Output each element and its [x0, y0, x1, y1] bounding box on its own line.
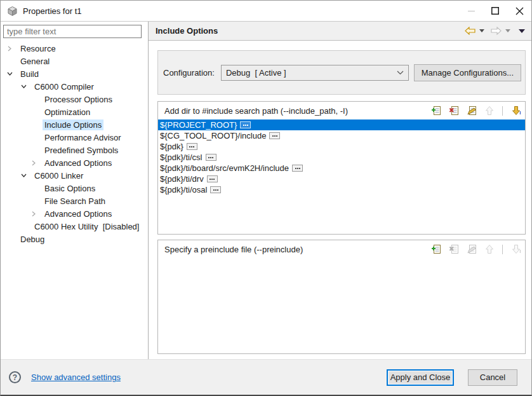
cancel-button[interactable]: Cancel: [468, 369, 517, 386]
browse-ellipsis-icon[interactable]: [269, 132, 280, 139]
toolbar-separator: [502, 106, 503, 116]
add-file-icon[interactable]: [430, 244, 441, 255]
chevron-right-icon[interactable]: [29, 208, 39, 219]
chevron-down-icon[interactable]: [4, 69, 15, 79]
browse-ellipsis-icon[interactable]: [292, 165, 303, 172]
chevron-down-icon[interactable]: [18, 170, 29, 181]
properties-tree: Resource General Build C6000 Compiler: [1, 42, 148, 245]
move-down-icon: [510, 244, 521, 255]
tree-item-label: Basic Options: [43, 183, 97, 194]
tree-item-label: Processor Options: [43, 94, 114, 105]
chevron-down-icon: [397, 71, 404, 75]
chevron-right-icon[interactable]: [29, 158, 39, 168]
minimize-button[interactable]: [459, 1, 483, 21]
browse-ellipsis-icon[interactable]: [240, 121, 251, 128]
back-dropdown-icon[interactable]: [479, 25, 484, 37]
move-up-icon: [484, 106, 495, 116]
back-icon[interactable]: [465, 25, 475, 37]
tree-item-file-search-path[interactable]: File Search Path: [1, 195, 148, 207]
include-path-row[interactable]: ${pdk}/ti/osal: [158, 184, 525, 195]
tree-item-advanced-options-linker[interactable]: Advanced Options: [1, 207, 148, 220]
cube-icon: [7, 6, 18, 17]
maximize-button[interactable]: [483, 1, 507, 21]
configuration-group: Configuration: Debug [ Active ] Manage C…: [157, 50, 526, 95]
include-path-row[interactable]: ${CG_TOOL_ROOT}/include: [158, 130, 525, 141]
maximize-icon: [491, 7, 499, 15]
path-text: ${pdk}/ti/osal: [160, 185, 207, 195]
browse-ellipsis-icon[interactable]: [206, 154, 216, 161]
tree-item-label: Optimization: [43, 107, 92, 118]
tree-item-c6000-hex-utility[interactable]: C6000 Hex Utility [Disabled]: [1, 220, 148, 233]
browse-ellipsis-icon[interactable]: [210, 186, 221, 193]
show-advanced-settings-link[interactable]: Show advanced settings: [31, 372, 121, 382]
tree-item-c6000-compiler[interactable]: C6000 Compiler: [1, 80, 148, 93]
tree-item-processor-options[interactable]: Processor Options: [1, 93, 148, 106]
forward-dropdown-icon[interactable]: [505, 25, 510, 37]
tree-item-label-selected: Include Options: [43, 119, 103, 130]
tree-item-label: General: [18, 56, 51, 67]
tree-item-label: Predefined Symbols: [43, 145, 120, 156]
preinclude-title: Specify a preinclude file (--preinclude): [164, 245, 430, 254]
filter-input[interactable]: [3, 25, 142, 38]
tree-item-label: Performance Advisor: [43, 132, 123, 143]
tree-item-performance-advisor[interactable]: Performance Advisor: [1, 131, 148, 144]
path-text: ${CG_TOOL_ROOT}/include: [160, 131, 266, 140]
path-text: ${pdk}: [160, 142, 183, 151]
configuration-label: Configuration:: [163, 68, 215, 78]
path-text: ${pdk}/ti/board/src/evmK2H/include: [160, 163, 289, 173]
manage-configurations-button[interactable]: Manage Configurations...: [414, 64, 521, 81]
include-path-group: Add dir to #include search path (--inclu…: [157, 101, 526, 235]
move-up-icon: [484, 244, 495, 255]
edit-dir-icon[interactable]: [466, 106, 477, 116]
tree-item-c6000-linker[interactable]: C6000 Linker: [1, 169, 148, 182]
close-button[interactable]: [507, 1, 531, 21]
tree-item-resource[interactable]: Resource: [1, 42, 148, 55]
view-menu-icon[interactable]: [519, 25, 525, 37]
chevron-right-icon[interactable]: [4, 43, 15, 53]
preinclude-group: Specify a preinclude file (--preinclude): [157, 240, 526, 354]
include-path-row[interactable]: ${pdk}/ti/csl: [158, 152, 525, 163]
apply-and-close-button[interactable]: Apply and Close: [387, 369, 454, 386]
tree-item-label: C6000 Linker: [32, 170, 85, 181]
path-text: ${pdk}/ti/csl: [160, 153, 203, 162]
tree-item-debug[interactable]: Debug: [1, 233, 148, 245]
tree-item-basic-options[interactable]: Basic Options: [1, 182, 148, 195]
tree-item-predefined-symbols[interactable]: Predefined Symbols: [1, 144, 148, 156]
include-path-row[interactable]: ${pdk}/ti/board/src/evmK2H/include: [158, 163, 525, 174]
page-header: Include Options: [149, 22, 531, 41]
delete-dir-icon[interactable]: [448, 106, 459, 116]
include-path-row[interactable]: ${PROJECT_ROOT}: [158, 119, 525, 130]
tree-item-include-options[interactable]: Include Options: [1, 118, 148, 131]
browse-ellipsis-icon[interactable]: [187, 143, 197, 150]
tree-item-label: Advanced Options: [43, 158, 114, 168]
properties-tree-panel: Resource General Build C6000 Compiler: [1, 22, 149, 359]
tree-item-label: Build: [18, 69, 41, 79]
tree-item-label: Debug: [18, 234, 46, 245]
path-text: ${PROJECT_ROOT}: [160, 120, 237, 130]
move-down-icon[interactable]: [510, 106, 521, 116]
titlebar: Properties for t1: [1, 1, 531, 22]
include-path-row[interactable]: ${pdk}/ti/drv: [158, 174, 525, 184]
properties-dialog: Properties for t1 Resource General: [0, 0, 532, 396]
add-dir-icon[interactable]: [430, 106, 441, 116]
tree-item-general[interactable]: General: [1, 55, 148, 67]
browse-ellipsis-icon[interactable]: [207, 175, 218, 182]
configuration-value: Debug [ Active ]: [226, 68, 397, 78]
toolbar-separator: [502, 245, 503, 254]
help-icon[interactable]: ?: [9, 371, 21, 383]
tree-item-label: Resource: [18, 43, 58, 54]
tree-item-optimization[interactable]: Optimization: [1, 106, 148, 118]
include-path-row[interactable]: ${pdk}: [158, 141, 525, 152]
tree-item-build[interactable]: Build: [1, 67, 148, 80]
tree-item-label: C6000 Compiler: [32, 81, 96, 92]
include-path-list: ${PROJECT_ROOT} ${CG_TOOL_ROOT}/include …: [158, 119, 525, 195]
configuration-select[interactable]: Debug [ Active ]: [221, 65, 409, 81]
close-icon: [515, 7, 524, 15]
tree-item-label: Advanced Options: [43, 208, 114, 219]
chevron-down-icon[interactable]: [18, 81, 29, 92]
path-text: ${pdk}/ti/drv: [160, 174, 204, 184]
forward-icon[interactable]: [491, 25, 502, 37]
page-title: Include Options: [156, 26, 218, 36]
tree-item-advanced-options-compiler[interactable]: Advanced Options: [1, 156, 148, 169]
edit-file-icon: [466, 244, 477, 255]
